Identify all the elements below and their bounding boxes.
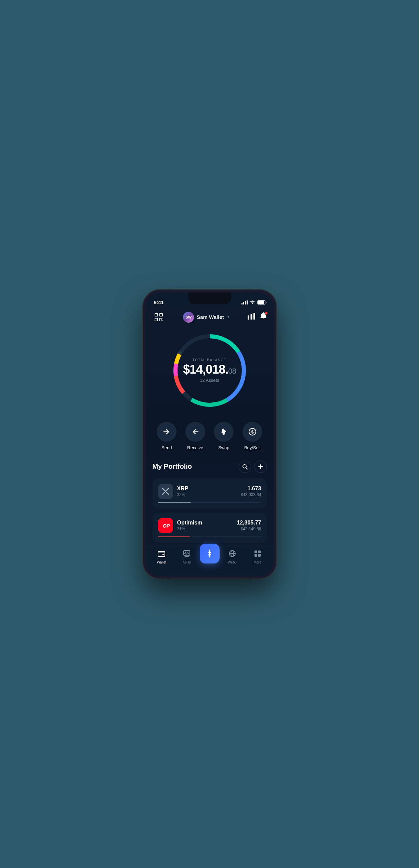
balance-chart: TOTAL BALANCE $14,018.08 12 Assets: [146, 326, 274, 418]
wallet-selector[interactable]: SW Sam Wallet ▾: [183, 312, 229, 323]
portfolio-title: My Portfolio: [153, 463, 192, 470]
xrp-values: 1.673 $43,003.34: [240, 485, 261, 497]
receive-label: Receive: [187, 445, 203, 450]
svg-rect-31: [184, 550, 190, 555]
svg-rect-30: [162, 554, 164, 555]
buysell-label: Buy/Sell: [244, 445, 261, 450]
nav-web3[interactable]: Web3: [220, 550, 245, 564]
svg-rect-7: [250, 314, 252, 320]
portfolio-section: My Portfolio: [146, 457, 274, 543]
asset-card-xrp[interactable]: XRP 32% 1.673 $43,003.34: [153, 478, 267, 508]
xrp-progress-fill: [158, 502, 191, 503]
optimism-percent: 31%: [177, 527, 233, 531]
xrp-icon: [158, 484, 173, 499]
svg-line-5: [161, 320, 162, 321]
xrp-percent: 32%: [177, 492, 237, 497]
add-asset-button[interactable]: [254, 461, 267, 473]
svg-rect-0: [155, 313, 158, 316]
xrp-amount: 1.673: [240, 485, 261, 492]
nav-nfts[interactable]: NFTs: [174, 550, 199, 564]
asset-count: 12 Assets: [200, 378, 219, 383]
svg-rect-41: [258, 550, 261, 553]
xrp-progress-bar: [158, 502, 261, 503]
nav-center-action[interactable]: [199, 550, 220, 563]
portfolio-actions: [239, 461, 267, 473]
wallet-nav-icon: [158, 550, 165, 559]
action-buttons: Send Receive: [146, 418, 274, 457]
buysell-button[interactable]: $ Buy/Sell: [243, 422, 262, 450]
optimism-progress-fill: [158, 536, 190, 537]
nav-more[interactable]: More: [245, 550, 270, 564]
search-button[interactable]: [239, 461, 251, 473]
status-time: 9:41: [154, 299, 164, 305]
send-button[interactable]: Send: [157, 422, 176, 450]
svg-text:OP: OP: [163, 523, 170, 529]
center-action-button[interactable]: [200, 544, 220, 563]
nfts-nav-label: NFTs: [183, 560, 191, 564]
optimism-name: Optimism: [177, 520, 233, 526]
nav-wallet[interactable]: Wallet: [149, 550, 174, 564]
send-icon-circle: [157, 422, 176, 442]
web3-nav-label: Web3: [228, 560, 237, 564]
asset-card-optimism[interactable]: OP Optimism 31% 12,305.77 $42,149.56: [153, 513, 267, 543]
balance-display: TOTAL BALANCE $14,018.08 12 Assets: [183, 358, 236, 383]
buysell-icon-circle: $: [243, 422, 262, 442]
balance-amount: $14,018.08: [183, 363, 236, 376]
web3-nav-icon: [228, 550, 236, 559]
optimism-values: 12,305.77 $42,149.56: [237, 520, 261, 531]
status-icons: [241, 300, 265, 305]
notification-badge: [265, 312, 268, 315]
battery-icon: [257, 300, 265, 305]
svg-text:$: $: [251, 429, 254, 435]
svg-rect-42: [254, 554, 257, 557]
wallet-nav-label: Wallet: [157, 560, 166, 564]
bottom-navigation: Wallet NFTs: [146, 547, 274, 571]
notifications-button[interactable]: [260, 312, 267, 322]
header-actions: [248, 312, 267, 322]
send-label: Send: [161, 445, 172, 450]
swap-icon-circle: [214, 422, 234, 442]
xrp-info: XRP 32%: [177, 485, 237, 497]
svg-line-25: [246, 468, 247, 469]
optimism-usd: $42,149.56: [237, 527, 261, 531]
optimism-progress-bar: [158, 536, 261, 537]
xrp-name: XRP: [177, 485, 237, 492]
more-nav-icon: [254, 550, 261, 559]
header: SW Sam Wallet ▾: [146, 308, 274, 326]
svg-rect-6: [248, 315, 249, 320]
balance-label: TOTAL BALANCE: [193, 358, 227, 362]
chevron-down-icon: ▾: [227, 315, 229, 319]
portfolio-header: My Portfolio: [153, 461, 267, 473]
svg-rect-43: [258, 554, 261, 557]
svg-rect-2: [155, 318, 158, 321]
swap-button[interactable]: Swap: [214, 422, 234, 450]
more-nav-label: More: [253, 560, 261, 564]
wallet-name: Sam Wallet: [197, 314, 224, 320]
chart-button[interactable]: [248, 313, 255, 321]
svg-rect-1: [160, 313, 162, 316]
avatar: SW: [183, 312, 194, 323]
signal-icon: [241, 300, 248, 305]
receive-icon-circle: [185, 422, 205, 442]
nfts-nav-icon: [183, 550, 191, 559]
swap-label: Swap: [218, 445, 230, 450]
wifi-icon: [250, 300, 255, 305]
xrp-usd: $43,003.34: [240, 492, 261, 497]
scan-button[interactable]: [153, 311, 165, 323]
svg-rect-8: [253, 313, 255, 320]
svg-rect-40: [254, 550, 257, 553]
optimism-icon: OP: [158, 518, 173, 533]
optimism-amount: 12,305.77: [237, 520, 261, 526]
receive-button[interactable]: Receive: [185, 422, 205, 450]
optimism-info: Optimism 31%: [177, 520, 233, 531]
